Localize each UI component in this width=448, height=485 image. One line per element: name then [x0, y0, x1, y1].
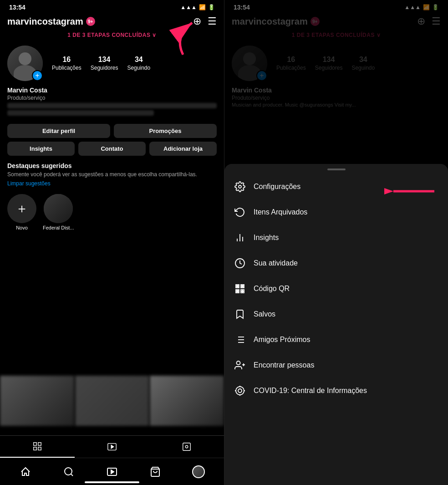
svg-rect-2 — [34, 447, 36, 450]
menu-item-covid[interactable]: COVID-19: Central de Informações — [224, 378, 448, 403]
header-icons-left: ⊕ ☰ — [193, 15, 217, 27]
saved-icon — [234, 308, 246, 321]
svg-rect-23 — [237, 291, 238, 292]
svg-rect-0 — [34, 443, 36, 445]
svg-rect-28 — [243, 291, 244, 293]
bio-blur-2 — [7, 110, 154, 116]
archived-label: Itens Arquivados — [254, 208, 307, 216]
qr-label: Código QR — [254, 285, 290, 293]
bottom-nav-left — [0, 458, 224, 485]
menu-item-settings[interactable]: Configurações — [224, 174, 448, 199]
profile-tabs-left — [0, 435, 224, 458]
grid-item-3 — [150, 376, 224, 426]
btn-row-1: Editar perfil Promoções — [7, 124, 217, 138]
username-left: marvincostagram — [7, 16, 83, 27]
nav-home[interactable] — [16, 463, 35, 481]
header-left: marvincostagram 9+ ⊕ ☰ — [0, 13, 224, 30]
profile-section-left: + 16 Publicações 134 Seguidores 34 Segui… — [0, 42, 224, 85]
nav-shop[interactable] — [146, 463, 164, 481]
svg-rect-21 — [237, 286, 238, 287]
highlight-new-circle[interactable]: ＋ — [7, 194, 36, 223]
svg-marker-5 — [111, 445, 114, 448]
menu-item-close-friends[interactable]: Amigos Próximos — [224, 327, 448, 352]
btn-row-2: Insights Contato Adicionar loja — [7, 142, 217, 156]
edit-profile-button[interactable]: Editar perfil — [7, 124, 110, 138]
settings-label: Configurações — [254, 183, 300, 191]
highlight-new[interactable]: ＋ Novo — [7, 194, 36, 230]
grid-item-2 — [75, 376, 149, 426]
wifi-icon: 📶 — [199, 4, 206, 10]
status-icons-left: ▲▲▲ 📶 🔋 — [180, 4, 215, 10]
contact-button[interactable]: Contato — [78, 142, 146, 156]
stat-following: 34 Seguindo — [127, 56, 150, 71]
new-post-icon[interactable]: ⊕ — [193, 15, 201, 27]
avatar-container-left: + — [7, 46, 43, 81]
stat-followers-label: Seguidores — [91, 65, 118, 71]
bio-blur-1 — [7, 103, 217, 108]
menu-item-discover[interactable]: Encontrar pessoas — [224, 352, 448, 378]
stat-posts: 16 Publicações — [52, 56, 81, 71]
stat-followers-number: 134 — [98, 56, 111, 64]
svg-point-8 — [65, 468, 72, 475]
highlight-new-label: Novo — [16, 225, 28, 230]
tab-grid[interactable] — [0, 436, 75, 458]
content-grid-left — [0, 376, 224, 426]
insights-icon — [234, 231, 246, 244]
svg-point-13 — [239, 185, 241, 188]
menu-item-archived[interactable]: Itens Arquivados — [224, 199, 448, 225]
insights-button-left[interactable]: Insights — [7, 142, 75, 156]
svg-rect-25 — [241, 290, 242, 291]
svg-point-7 — [185, 445, 188, 448]
tab-tagged[interactable] — [149, 436, 224, 458]
nav-profile-avatar — [192, 465, 205, 478]
menu-item-activity[interactable]: Sua atividade — [224, 250, 448, 276]
qr-icon — [234, 282, 246, 295]
add-story-button-left[interactable]: + — [32, 70, 43, 81]
activity-icon — [234, 257, 246, 270]
svg-point-38 — [236, 387, 244, 395]
tab-reels[interactable] — [75, 436, 149, 458]
close-friends-label: Amigos Próximos — [254, 336, 310, 344]
add-store-button[interactable]: Adicionar loja — [149, 142, 217, 156]
stat-followers: 134 Seguidores — [91, 56, 118, 71]
profile-bio-left — [7, 103, 217, 116]
stat-posts-number: 16 — [62, 56, 71, 64]
action-buttons-left: Editar perfil Promoções Insights Contato… — [0, 121, 224, 158]
steps-chevron-left: ∨ — [152, 32, 157, 38]
steps-text-left: 1 DE 3 ETAPAS CONCLUÍDAS — [67, 32, 150, 38]
profile-name-left: Marvin Costa — [7, 87, 217, 94]
left-phone-panel: 13:54 ▲▲▲ 📶 🔋 marvincostagram 9+ ⊕ ☰ 1 D… — [0, 0, 224, 485]
clear-suggestions-link[interactable]: Limpar sugestões — [0, 179, 224, 190]
nav-profile[interactable] — [189, 463, 208, 481]
nav-search[interactable] — [60, 463, 78, 481]
menu-icon-left[interactable]: ☰ — [208, 15, 217, 27]
covid-label: COVID-19: Central de Informações — [254, 387, 367, 395]
sheet-handle — [327, 168, 346, 170]
activity-label: Sua atividade — [254, 259, 298, 267]
archived-icon — [234, 206, 246, 219]
svg-point-39 — [238, 389, 242, 393]
steps-banner-left[interactable]: 1 DE 3 ETAPAS CONCLUÍDAS ∨ — [0, 30, 224, 42]
menu-item-saved[interactable]: Salvos — [224, 301, 448, 327]
stat-following-label: Seguindo — [127, 65, 150, 71]
bottom-sheet-menu: Configurações Itens Arquivados Insigh — [224, 164, 448, 485]
status-bar-left: 13:54 ▲▲▲ 📶 🔋 — [0, 0, 224, 13]
saved-label: Salvos — [254, 310, 275, 318]
highlight-federal[interactable]: Federal Dist... — [43, 194, 74, 230]
grid-item-1 — [0, 376, 74, 426]
stat-posts-label: Publicações — [52, 65, 81, 71]
svg-rect-3 — [38, 447, 41, 450]
promotions-button[interactable]: Promoções — [114, 124, 217, 138]
time-left: 13:54 — [9, 4, 25, 11]
home-indicator-left — [85, 481, 139, 483]
stat-following-number: 34 — [135, 56, 143, 64]
highlight-federal-circle[interactable] — [44, 194, 73, 223]
menu-item-insights[interactable]: Insights — [224, 225, 448, 250]
svg-marker-10 — [111, 470, 114, 474]
menu-item-qr[interactable]: Código QR — [224, 276, 448, 301]
covid-icon — [234, 384, 246, 397]
nav-reels[interactable] — [103, 463, 121, 481]
insights-label: Insights — [254, 234, 279, 242]
highlights-title: Destaques sugeridos — [0, 158, 224, 171]
svg-rect-26 — [243, 290, 244, 291]
